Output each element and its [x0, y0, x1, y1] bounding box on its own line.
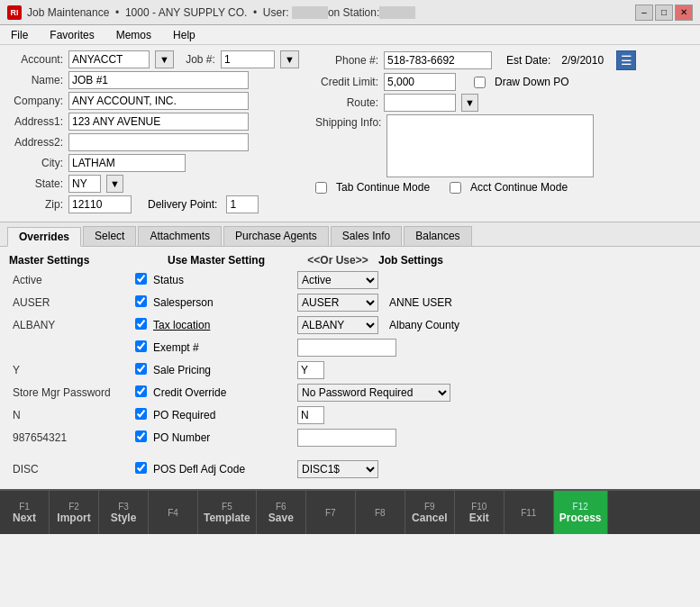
tabs-bar: Overrides Select Attachments Purchase Ag…	[0, 222, 700, 247]
zip-input[interactable]	[68, 195, 132, 213]
override-row-exempt: Exempt #	[9, 338, 691, 358]
taxlocation-name: Albany County	[389, 319, 459, 331]
tab-select[interactable]: Select	[83, 226, 136, 246]
route-input[interactable]	[384, 94, 456, 112]
job-porequired-input[interactable]	[297, 406, 324, 424]
tab-purchase-agents[interactable]: Purchase Agents	[223, 226, 329, 246]
shipping-info-textarea[interactable]	[386, 114, 594, 177]
address2-input[interactable]	[68, 133, 249, 151]
master-val-creditoverride: Store Mgr Password	[9, 386, 135, 399]
state-dropdown-btn[interactable]: ▼	[106, 175, 123, 193]
fkey-f1[interactable]: F1 Next	[0, 491, 50, 534]
est-date-value: 2/9/2010	[561, 54, 604, 67]
job-creditoverride-dropdown[interactable]: No Password Required Store Mgr Password	[297, 384, 450, 402]
app-icon: RI	[7, 5, 22, 20]
city-input[interactable]	[68, 154, 186, 172]
fkey-f2[interactable]: F2 Import	[50, 491, 99, 534]
close-button[interactable]: ✕	[675, 5, 693, 21]
title-bar: RI Job Maintenance • 1000 - ANY SUPPLY C…	[0, 0, 700, 25]
menu-bar: File Favorites Memos Help	[0, 25, 700, 45]
tab-sales-info[interactable]: Sales Info	[331, 226, 402, 246]
cb-salepricing[interactable]	[135, 363, 147, 375]
phone-input[interactable]	[384, 51, 492, 69]
cb-posadj[interactable]	[135, 462, 147, 474]
draw-down-po-checkbox[interactable]	[474, 77, 486, 88]
tab-overrides[interactable]: Overrides	[7, 227, 81, 247]
name-input[interactable]	[68, 71, 249, 89]
address2-label: Address2:	[9, 136, 63, 149]
minimize-button[interactable]: –	[635, 5, 653, 21]
menu-help[interactable]: Help	[169, 28, 199, 42]
job-salepricing-input[interactable]	[297, 361, 324, 379]
setting-salesperson: Salesperson	[153, 296, 297, 309]
override-row-salepricing: Y Sale Pricing	[9, 360, 691, 380]
footer: F1 Next F2 Import F3 Style F4 F5 Templat…	[0, 489, 700, 534]
phone-label: Phone #:	[315, 54, 378, 67]
fkey-f9[interactable]: F9 Cancel	[405, 491, 455, 534]
account-input[interactable]	[68, 50, 150, 68]
state-input[interactable]	[68, 175, 101, 193]
job-salesperson-dropdown[interactable]: AUSER	[297, 294, 378, 312]
cb-taxlocation[interactable]	[135, 318, 147, 330]
menu-memos[interactable]: Memos	[113, 28, 155, 42]
fkey-f3[interactable]: F3 Style	[99, 491, 149, 534]
setting-exempt: Exempt #	[153, 341, 297, 354]
setting-ponumber: PO Number	[153, 431, 297, 444]
address1-input[interactable]	[68, 113, 249, 131]
company-label: Company:	[9, 95, 63, 107]
fkey-f11[interactable]: F11	[505, 491, 554, 534]
fkey-f12[interactable]: F12 Process	[554, 491, 608, 534]
menu-favorites[interactable]: Favorites	[46, 28, 97, 42]
job-dropdown-btn[interactable]: ▼	[280, 50, 299, 68]
tab-continue-mode-checkbox[interactable]	[315, 182, 327, 194]
maximize-button[interactable]: □	[655, 5, 673, 21]
job-ponumber-input[interactable]	[297, 429, 396, 447]
fkey-f4[interactable]: F4	[149, 491, 198, 534]
cb-ponumber[interactable]	[135, 430, 147, 442]
master-val-taxlocation: ALBANY	[9, 319, 135, 331]
override-row-porequired: N PO Required	[9, 405, 691, 425]
job-label: Job #:	[179, 53, 215, 66]
cb-salesperson[interactable]	[135, 295, 147, 307]
credit-limit-input[interactable]	[384, 73, 456, 91]
cb-creditoverride[interactable]	[135, 385, 147, 397]
override-row-creditoverride: Store Mgr Password Credit Override No Pa…	[9, 383, 691, 403]
tab-continue-mode-label: Tab Continue Mode	[336, 181, 430, 194]
setting-porequired: PO Required	[153, 409, 297, 421]
delivery-point-input[interactable]	[226, 195, 259, 213]
company-input[interactable]	[68, 92, 249, 110]
fkey-f6[interactable]: F6 Save	[257, 491, 306, 534]
shipping-info-label: Shipping Info:	[315, 116, 381, 129]
cb-status[interactable]	[135, 273, 147, 285]
setting-taxlocation: Tax location	[153, 319, 297, 331]
override-row-status: Active Status Active Inactive	[9, 270, 691, 290]
job-input[interactable]	[221, 50, 275, 68]
account-dropdown-btn[interactable]: ▼	[155, 50, 174, 68]
calendar-icon[interactable]: ☰	[616, 50, 636, 70]
acct-continue-mode-checkbox[interactable]	[450, 182, 461, 194]
override-row-ponumber: 987654321 PO Number	[9, 428, 691, 448]
credit-limit-label: Credit Limit:	[315, 76, 378, 88]
city-label: City:	[9, 157, 63, 169]
est-date-label: Est Date:	[506, 54, 550, 67]
job-status-dropdown[interactable]: Active Inactive	[297, 271, 378, 289]
setting-creditoverride: Credit Override	[153, 386, 297, 399]
job-posadj-dropdown[interactable]: DISC1$ DISC	[297, 460, 378, 478]
fkey-f10[interactable]: F10 Exit	[455, 491, 505, 534]
job-taxlocation-dropdown[interactable]: ALBANY	[297, 316, 378, 334]
route-dropdown-btn[interactable]: ▼	[461, 94, 478, 112]
overrides-header: Master Settings Use Master Setting <<Or …	[9, 254, 691, 267]
fkey-f5[interactable]: F5 Template	[198, 491, 257, 534]
fkey-f8[interactable]: F8	[356, 491, 405, 534]
name-label: Name:	[9, 74, 63, 86]
override-row-salesperson: AUSER Salesperson AUSER ANNE USER	[9, 293, 691, 313]
job-exempt-input[interactable]	[297, 339, 396, 357]
master-val-ponumber: 987654321	[9, 431, 135, 444]
cb-exempt[interactable]	[135, 340, 147, 352]
cb-porequired[interactable]	[135, 408, 147, 420]
menu-file[interactable]: File	[7, 28, 32, 42]
tab-attachments[interactable]: Attachments	[138, 226, 222, 246]
fkey-f7[interactable]: F7	[306, 491, 356, 534]
setting-salepricing: Sale Pricing	[153, 364, 297, 376]
tab-balances[interactable]: Balances	[404, 226, 471, 246]
